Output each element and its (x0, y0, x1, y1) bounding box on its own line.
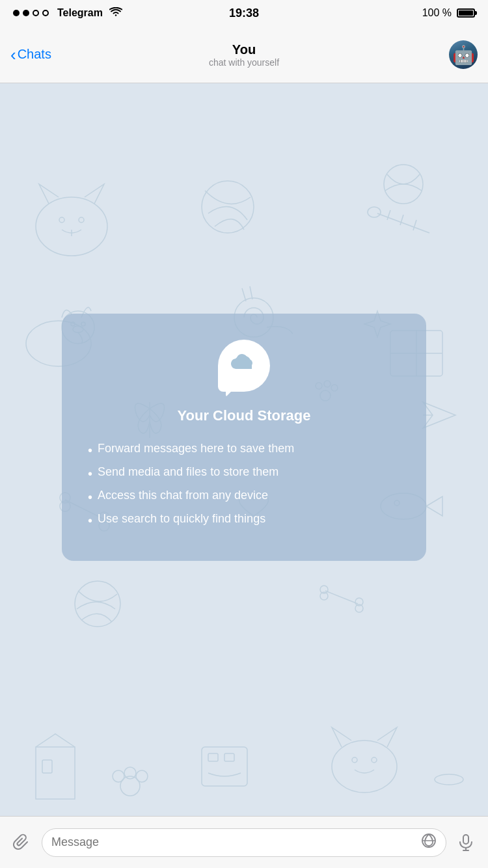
svg-point-35 (113, 770, 124, 782)
cloud-feature-2-text: Send media and files to store them (98, 465, 278, 479)
svg-line-17 (250, 286, 252, 299)
svg-rect-28 (202, 747, 247, 786)
cloud-feature-3-text: Access this chat from any device (98, 489, 268, 502)
cloud-icon-wrapper (88, 340, 400, 392)
svg-point-33 (372, 757, 377, 763)
signal-dot-3 (33, 10, 39, 16)
svg-rect-57 (463, 835, 468, 844)
cloud-icon (230, 352, 258, 380)
nav-center: You chat with yourself (209, 42, 279, 68)
signal-dot-1 (13, 10, 20, 16)
cloud-speech-bubble (218, 340, 270, 392)
cloud-feature-2: Send media and files to store them (88, 462, 400, 485)
svg-rect-29 (208, 753, 218, 761)
battery-fill (459, 10, 473, 16)
back-button[interactable]: ‹ Chats (10, 46, 51, 63)
battery-percent: 100 % (422, 7, 452, 19)
mic-button[interactable] (454, 831, 478, 854)
avatar[interactable] (449, 40, 478, 69)
svg-rect-30 (224, 753, 234, 761)
cloud-storage-card: Your Cloud Storage Forward messages here… (62, 314, 426, 561)
input-bar (0, 816, 488, 868)
message-input-wrap[interactable] (42, 828, 446, 857)
attach-button[interactable] (10, 831, 34, 854)
svg-line-7 (413, 220, 416, 230)
sticker-button[interactable] (421, 833, 437, 852)
cloud-features-list: Forward messages here to save them Send … (88, 439, 400, 532)
status-time: 19:38 (229, 7, 259, 20)
back-label: Chats (18, 47, 51, 62)
svg-line-16 (242, 288, 246, 301)
carrier-label: Telegram (57, 7, 103, 19)
cloud-card-title: Your Cloud Storage (88, 407, 400, 424)
message-input[interactable] (51, 835, 416, 849)
cloud-feature-4-text: Use search to quickly find things (98, 512, 265, 526)
svg-point-1 (59, 217, 64, 223)
status-bar: Telegram 19:38 100 % (0, 0, 488, 26)
svg-line-47 (325, 591, 358, 604)
svg-point-8 (368, 207, 381, 217)
signal-dot-2 (23, 10, 29, 16)
status-right: 100 % (422, 7, 475, 19)
chat-subtitle: chat with yourself (209, 57, 279, 68)
svg-rect-26 (36, 747, 75, 799)
svg-rect-55 (235, 362, 251, 367)
svg-point-31 (332, 740, 397, 793)
svg-point-38 (435, 774, 463, 785)
status-left: Telegram (13, 7, 122, 20)
cloud-feature-4: Use search to quickly find things (88, 509, 400, 532)
svg-point-0 (36, 197, 107, 256)
signal-dot-4 (42, 10, 49, 16)
svg-point-36 (124, 767, 136, 779)
chat-area: Your Cloud Storage Forward messages here… (0, 83, 488, 816)
svg-point-32 (352, 757, 357, 763)
chat-title: You (209, 42, 279, 57)
wifi-icon (109, 7, 122, 20)
svg-point-37 (136, 770, 148, 782)
cloud-feature-1-text: Forward messages here to save them (98, 442, 294, 455)
svg-line-6 (400, 215, 403, 225)
battery-icon (457, 8, 475, 18)
nav-bar: ‹ Chats You chat with yourself (0, 26, 488, 83)
cloud-feature-1: Forward messages here to save them (88, 439, 400, 462)
svg-rect-27 (42, 760, 52, 773)
cloud-feature-3: Access this chat from any device (88, 485, 400, 509)
svg-point-2 (79, 217, 84, 223)
back-chevron-icon: ‹ (10, 46, 16, 63)
